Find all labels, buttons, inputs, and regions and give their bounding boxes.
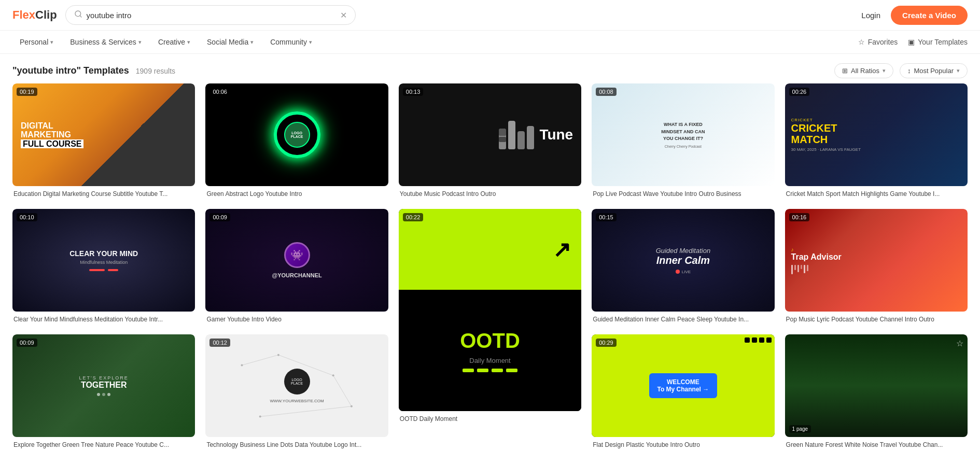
nav-item-personal[interactable]: Personal ▾ [12, 31, 61, 53]
nav-item-social-media[interactable]: Social Media ▾ [200, 31, 261, 53]
template-card[interactable]: 👾 @YOURCHANNEL 00:09 ▶ Gamer Youtube Int… [205, 209, 388, 324]
template-card[interactable]: Guided Meditation Inner Calm LIVE 00:15 … [592, 209, 774, 324]
card-title: Green Abstract Logo Youtube Intro [205, 190, 388, 199]
card-title: Education Digital Marketing Course Subti… [12, 190, 195, 199]
card-thumbnail: ♪ Trap Advisor 00:16 ▶ [785, 209, 968, 312]
your-templates-button[interactable]: ▣ Your Templates [908, 38, 968, 46]
template-card[interactable]: LET'S EXPLORE TOGETHER 00:09 ▶ Explore T… [12, 334, 195, 449]
search-clear-button[interactable]: ✕ [340, 10, 347, 20]
search-icon [74, 10, 82, 20]
chevron-down-icon: ▾ [309, 39, 312, 46]
star-icon: ☆ [858, 38, 865, 46]
search-bar: ✕ [65, 5, 356, 25]
nav-right: ☆ Favorites ▣ Your Templates [858, 38, 968, 46]
card-thumbnail: CRICKET CRICKETMATCH 30 MAY, 2025 · LARA… [785, 83, 968, 186]
template-card[interactable]: WHAT IS A FIXEDMINDSET AND CANYOU CHANGE… [592, 83, 774, 199]
card-title: Pop Live Podcast Wave Youtube Intro Outr… [592, 190, 774, 199]
card-title: Explore Together Green Tree Nature Peace… [12, 441, 195, 449]
card-title: OOTD Daily Moment [399, 415, 581, 424]
card-thumbnail: LET'S EXPLORE TOGETHER 00:09 ▶ [12, 334, 195, 437]
template-card[interactable]: WELCOMETo My Channel → 00:29 ▶ Flat Desi… [592, 334, 774, 449]
template-card[interactable]: LOGOPLACE 00:06 ▶ Green Abstract Logo Yo… [205, 83, 388, 199]
ratio-icon: ⊞ [842, 67, 848, 75]
template-card-large[interactable]: ↗ OOTD Daily Moment 00:22 ▶ OOTD Daily M… [399, 209, 581, 449]
template-card[interactable]: DIGITALMARKETINGFULL COURSE 00:19 ▶ Educ… [12, 83, 195, 199]
template-card[interactable]: ♪ Trap Advisor 00:16 ▶ Pop Music Lyric P… [785, 209, 968, 324]
card-title: Technology Business Line Dots Data Youtu… [205, 441, 388, 449]
chevron-down-icon: ▾ [957, 67, 960, 74]
most-popular-filter[interactable]: ↕ Most Popular ▾ [900, 63, 968, 78]
chevron-down-icon: ▾ [883, 67, 886, 74]
create-video-button[interactable]: Create a Video [891, 6, 968, 25]
card-thumbnail: WELCOMETo My Channel → 00:29 ▶ [592, 334, 774, 437]
template-grid: DIGITALMARKETINGFULL COURSE 00:19 ▶ Educ… [0, 83, 980, 462]
chevron-down-icon: ▾ [50, 39, 53, 46]
nav-item-community[interactable]: Community ▾ [263, 31, 319, 53]
card-title: Flat Design Plastic Youtube Intro Outro [592, 441, 774, 449]
card-title: Gamer Youtube Intro Video [205, 315, 388, 324]
card-title: Cricket Match Sport Match Highlights Gam… [785, 190, 968, 199]
chevron-down-icon: ▾ [187, 39, 190, 46]
template-card[interactable]: CRICKET CRICKETMATCH 30 MAY, 2025 · LARA… [785, 83, 968, 199]
filter-bar: ⊞ All Ratios ▾ ↕ Most Popular ▾ [834, 63, 968, 78]
template-card[interactable]: CLEAR YOUR MIND Mindfulness Meditation 0… [12, 209, 195, 324]
card-thumbnail: LOGOPLACE WWW.YOURWEBSITE.COM [205, 334, 388, 437]
chevron-down-icon: ▾ [138, 39, 142, 46]
logo[interactable]: FlexClip [12, 8, 57, 22]
card-thumbnail: CLEAR YOUR MIND Mindfulness Meditation 0… [12, 209, 195, 312]
card-thumbnail: Tune 00:13 ▶ [399, 83, 581, 186]
nav-item-creative[interactable]: Creative ▾ [151, 31, 198, 53]
card-title: Clear Your Mind Mindfulness Meditation Y… [12, 315, 195, 324]
login-button[interactable]: Login [861, 11, 880, 20]
chevron-down-icon: ▾ [250, 39, 254, 46]
results-header: "youtube intro" Templates 1909 results ⊞… [0, 54, 980, 83]
template-icon: ▣ [908, 38, 915, 46]
results-title: "youtube intro" Templates 1909 results [12, 65, 175, 76]
favorites-button[interactable]: ☆ Favorites [858, 38, 898, 46]
card-thumbnail: DIGITALMARKETINGFULL COURSE 00:19 ▶ [12, 83, 195, 186]
card-thumbnail: Guided Meditation Inner Calm LIVE 00:15 … [592, 209, 774, 312]
card-title: Youtube Music Podcast Intro Outro [399, 190, 581, 199]
card-title: Pop Music Lyric Podcast Youtube Channel … [785, 315, 968, 324]
template-card[interactable]: ☆ 1 page ▶ Green Nature Forest White Noi… [785, 334, 968, 449]
template-card[interactable]: LOGOPLACE WWW.YOURWEBSITE.COM [205, 334, 388, 449]
header-right: Login Create a Video [861, 6, 968, 25]
search-input[interactable] [87, 11, 336, 20]
card-thumbnail: LOGOPLACE 00:06 ▶ [205, 83, 388, 186]
svg-line-1 [80, 16, 81, 17]
card-thumbnail: WHAT IS A FIXEDMINDSET AND CANYOU CHANGE… [592, 83, 774, 186]
card-thumbnail: ☆ 1 page ▶ [785, 334, 968, 437]
nav: Personal ▾ Business & Services ▾ Creativ… [0, 31, 980, 54]
card-title: Green Nature Forest White Noise Travel Y… [785, 441, 968, 449]
all-ratios-filter[interactable]: ⊞ All Ratios ▾ [834, 63, 893, 78]
nav-item-business[interactable]: Business & Services ▾ [63, 31, 149, 53]
card-title: Guided Meditation Inner Calm Peace Sleep… [592, 315, 774, 324]
sort-icon: ↕ [907, 67, 911, 75]
card-thumbnail: 👾 @YOURCHANNEL 00:09 ▶ [205, 209, 388, 312]
template-card[interactable]: Tune 00:13 ▶ Youtube Music Podcast Intro… [399, 83, 581, 199]
header: FlexClip ✕ Login Create a Video [0, 0, 980, 31]
card-thumbnail: ↗ OOTD Daily Moment 00:22 ▶ [399, 209, 581, 411]
